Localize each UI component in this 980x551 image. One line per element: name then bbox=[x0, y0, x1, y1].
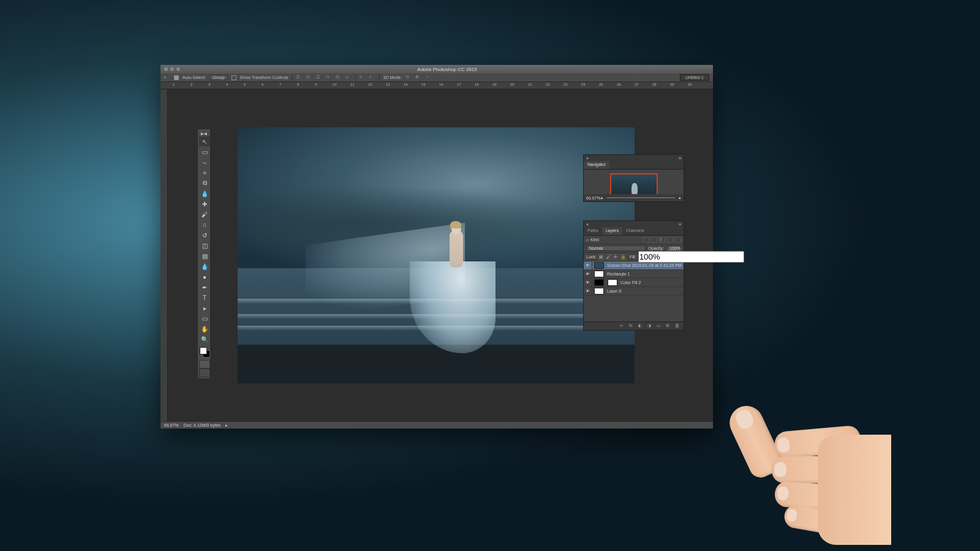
dodge-tool[interactable]: ● bbox=[199, 272, 210, 282]
screen-mode-toggle[interactable] bbox=[199, 369, 210, 377]
lock-pixels-icon[interactable]: 🖌 bbox=[606, 254, 611, 260]
layer-name-label[interactable]: Screen Shot 2016-01-26 at 2.43.25 PM bbox=[606, 263, 684, 268]
blend-mode-dropdown[interactable]: Normal bbox=[586, 246, 646, 251]
tab-paths[interactable]: Paths bbox=[584, 227, 602, 235]
shape-tool[interactable]: ▭ bbox=[199, 313, 210, 323]
show-transform-checkbox[interactable] bbox=[232, 75, 236, 80]
close-icon[interactable]: × bbox=[586, 156, 589, 160]
visibility-eye-icon[interactable]: 👁 bbox=[584, 261, 592, 269]
distribute-icon[interactable]: ⫴ bbox=[369, 75, 375, 81]
move-tool[interactable]: ↖ bbox=[199, 137, 210, 146]
navigator-zoom[interactable]: 66.67% bbox=[586, 196, 601, 200]
layer-thumbnail[interactable] bbox=[608, 279, 617, 286]
hand-tool[interactable]: ✋ bbox=[199, 324, 210, 334]
document-tab[interactable]: Untitled-1 bbox=[680, 74, 709, 81]
vertical-ruler[interactable] bbox=[160, 89, 168, 421]
panel-menu-icon[interactable]: ≡ bbox=[679, 156, 681, 160]
status-doc-info[interactable]: Doc: 4.12M/0 bytes bbox=[184, 423, 221, 427]
chevron-right-icon[interactable]: ▸ bbox=[225, 423, 228, 428]
adjustment-layer-icon[interactable]: ◑ bbox=[647, 323, 654, 329]
minimize-window-icon[interactable] bbox=[170, 67, 174, 71]
layer-row[interactable]: 👁Color Fill 2 bbox=[584, 279, 684, 287]
lasso-tool[interactable]: ⏦ bbox=[199, 157, 210, 167]
status-zoom[interactable]: 66.67% bbox=[164, 423, 179, 427]
align-bottom-icon[interactable]: ⊔ bbox=[345, 75, 352, 81]
blur-tool[interactable]: 💧 bbox=[199, 261, 210, 271]
lock-transparency-icon[interactable]: ▦ bbox=[598, 254, 604, 260]
new-layer-icon[interactable]: ⊞ bbox=[666, 323, 672, 329]
filter-adjust-icon[interactable] bbox=[651, 237, 657, 243]
layers-panel[interactable]: × ≡ PathsLayersChannels ⌕ Kind T Normal … bbox=[583, 220, 684, 331]
path-select-tool[interactable]: ▸ bbox=[199, 303, 210, 313]
foreground-color[interactable] bbox=[200, 347, 207, 354]
align-center-v-icon[interactable]: ⊟ bbox=[336, 75, 342, 81]
navigator-panel[interactable]: × ≡ Navigator 66.67% ▴ ▴ bbox=[583, 154, 684, 202]
layer-mask-thumb[interactable] bbox=[594, 279, 604, 286]
layer-mask-icon[interactable]: ◐ bbox=[638, 323, 644, 329]
layer-thumbnail[interactable] bbox=[594, 262, 604, 269]
auto-select-checkbox[interactable] bbox=[174, 75, 179, 80]
tab-channels[interactable]: Channels bbox=[622, 227, 648, 235]
visibility-eye-icon[interactable]: 👁 bbox=[584, 287, 592, 295]
align-center-h-icon[interactable]: ⊟ bbox=[306, 75, 312, 81]
maximize-window-icon[interactable] bbox=[176, 67, 180, 71]
align-left-icon[interactable]: ⊏ bbox=[296, 75, 303, 81]
type-tool[interactable]: T bbox=[199, 293, 210, 302]
layer-fx-icon[interactable]: fx bbox=[629, 323, 635, 329]
gradient-tool[interactable]: ▤ bbox=[199, 251, 210, 261]
tools-panel[interactable]: ▸◂ ↖▭⏦✧⧉💧✚🖌⎍↺◫▤💧●✒T▸▭✋🔍 bbox=[197, 129, 211, 379]
color-swatches[interactable] bbox=[199, 347, 209, 360]
layer-name-label[interactable]: Layer 0 bbox=[606, 289, 684, 293]
filter-type-icon[interactable]: T bbox=[659, 237, 665, 243]
zoom-slider[interactable] bbox=[607, 197, 675, 198]
delete-layer-icon[interactable]: 🗑 bbox=[675, 323, 681, 329]
layer-row[interactable]: 👁Layer 0 bbox=[584, 287, 684, 296]
brush-tool[interactable]: 🖌 bbox=[199, 209, 210, 219]
align-top-icon[interactable]: ⊓ bbox=[326, 75, 332, 81]
distribute-icon[interactable]: ≡ bbox=[360, 75, 366, 81]
magic-wand-tool[interactable]: ✧ bbox=[199, 168, 210, 178]
collapse-icon[interactable]: ▸◂ bbox=[199, 130, 209, 137]
eyedropper-tool[interactable]: 💧 bbox=[199, 189, 210, 198]
horizontal-ruler[interactable]: 1234567891011121314151617181920212223242… bbox=[160, 82, 713, 89]
link-layers-icon[interactable]: ∞ bbox=[620, 323, 626, 329]
zoom-out-icon[interactable]: ▴ bbox=[601, 195, 603, 200]
3d-slide-icon[interactable]: ↔ bbox=[425, 75, 431, 81]
lock-all-icon[interactable]: 🔒 bbox=[620, 254, 626, 260]
close-icon[interactable]: × bbox=[586, 222, 589, 227]
layer-name-label[interactable]: Rectangle 1 bbox=[606, 272, 684, 276]
quick-mask-toggle[interactable] bbox=[199, 360, 210, 369]
layer-row[interactable]: 👁Screen Shot 2016-01-26 at 2.43.25 PM bbox=[584, 261, 684, 270]
auto-select-dropdown[interactable]: Group bbox=[209, 75, 227, 80]
tab-navigator[interactable]: Navigator bbox=[584, 161, 609, 169]
filter-pixel-icon[interactable] bbox=[643, 237, 649, 243]
eraser-tool[interactable]: ◫ bbox=[199, 241, 210, 250]
fill-input[interactable] bbox=[638, 251, 744, 263]
zoom-in-icon[interactable]: ▴ bbox=[679, 195, 681, 200]
marquee-tool[interactable]: ▭ bbox=[199, 147, 210, 157]
layer-row[interactable]: 👁Rectangle 1 bbox=[584, 270, 684, 279]
filter-smart-icon[interactable] bbox=[675, 237, 681, 243]
crop-tool[interactable]: ⧉ bbox=[199, 178, 210, 188]
layer-thumbnail[interactable] bbox=[594, 271, 604, 277]
canvas[interactable] bbox=[238, 127, 635, 383]
titlebar[interactable]: Adobe Photoshop CC 2015 bbox=[160, 65, 713, 73]
filter-shape-icon[interactable] bbox=[667, 237, 673, 243]
zoom-tool[interactable]: 🔍 bbox=[199, 334, 210, 344]
tab-layers[interactable]: Layers bbox=[602, 227, 622, 235]
close-window-icon[interactable] bbox=[164, 67, 168, 71]
history-brush-tool[interactable]: ↺ bbox=[199, 230, 210, 240]
layer-thumbnail[interactable] bbox=[594, 288, 604, 294]
layer-group-icon[interactable]: ▭ bbox=[657, 323, 663, 329]
filter-kind-dropdown[interactable]: Kind bbox=[590, 238, 599, 242]
3d-pan-icon[interactable]: ✥ bbox=[415, 75, 421, 81]
panel-menu-icon[interactable]: ≡ bbox=[679, 222, 681, 227]
lock-position-icon[interactable]: ✥ bbox=[613, 254, 618, 260]
opacity-input[interactable] bbox=[666, 246, 681, 252]
pen-tool[interactable]: ✒ bbox=[199, 282, 210, 292]
visibility-eye-icon[interactable]: 👁 bbox=[584, 279, 592, 287]
3d-orbit-icon[interactable]: ⟲ bbox=[405, 75, 412, 81]
layer-name-label[interactable]: Color Fill 2 bbox=[619, 280, 684, 285]
filter-kind-label[interactable]: ⌕ bbox=[586, 238, 589, 242]
clone-stamp-tool[interactable]: ⎍ bbox=[199, 220, 210, 230]
